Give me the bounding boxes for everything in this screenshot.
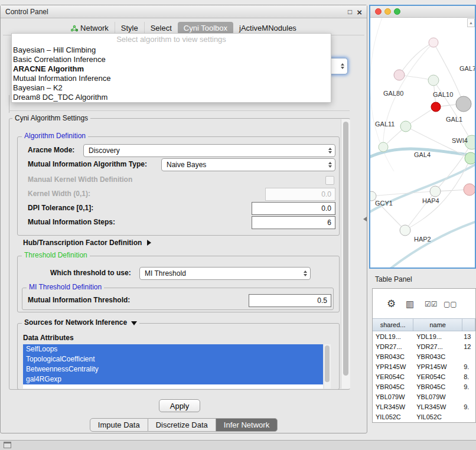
network-node-gal11[interactable]: [400, 121, 411, 132]
node-label-gcy1: GCY1: [375, 200, 393, 207]
table-row[interactable]: YLR345WYLR345W9.: [373, 402, 475, 412]
panel-collapse-arrow-icon[interactable]: [363, 217, 367, 221]
tab-select[interactable]: Select: [144, 22, 178, 34]
table-row[interactable]: YER054CYER054C8.: [373, 371, 475, 381]
mi-steps-field[interactable]: 6: [252, 216, 335, 229]
mode-tab-discretize-data[interactable]: Discretize Data: [148, 418, 216, 432]
table-cell: YIL052C: [373, 413, 413, 420]
network-view-window[interactable]: GAL80GAL10GAL1GAL11SWI4GAL4GCY1HAP4HAP2G…: [369, 5, 476, 269]
table-cell: YDR27...: [413, 343, 462, 350]
deselect-all-icon[interactable]: ▢▢: [444, 300, 457, 308]
kernel-width-field[interactable]: 0.0: [265, 188, 335, 201]
tab-cyni-toolbox[interactable]: Cyni Toolbox: [178, 22, 233, 34]
network-node-gal10[interactable]: [428, 75, 439, 86]
node-label-swi4: SWI4: [452, 137, 468, 144]
mi-threshold-field[interactable]: 0.5: [249, 294, 331, 307]
table-row[interactable]: YBL079WYBL079W: [373, 392, 475, 402]
manual-kernel-width-checkbox[interactable]: [325, 176, 334, 185]
table-panel-title: Table Panel: [375, 275, 412, 283]
network-node[interactable]: [464, 184, 475, 195]
control-panel-titlebar[interactable]: Control Panel □ ×: [1, 5, 367, 18]
attribute-item-topologicalcoefficient[interactable]: TopologicalCoefficient: [23, 354, 323, 364]
column-header-shared[interactable]: shared...: [373, 318, 413, 331]
settings-scrollbar[interactable]: [341, 119, 350, 389]
network-node-hap4[interactable]: [430, 186, 441, 197]
dpi-tolerance-field[interactable]: 0.0: [252, 202, 335, 215]
table-row[interactable]: YDL19...YDL19...13: [373, 331, 475, 341]
table-row[interactable]: YBR045CYBR045C9.: [373, 381, 475, 392]
attribute-item-gal4rgexp[interactable]: gal4RGexp: [23, 374, 323, 384]
network-node-gal4[interactable]: [465, 152, 475, 164]
attribute-item-selfloops[interactable]: SelfLoops: [23, 344, 323, 354]
data-attributes-label: Data Attributes: [23, 334, 74, 342]
close-traffic-light[interactable]: [375, 8, 382, 15]
column-header-2[interactable]: [462, 318, 475, 331]
close-window-icon[interactable]: ×: [357, 8, 362, 17]
which-threshold-value: MI Threshold: [145, 269, 186, 278]
minimized-window-icon[interactable]: [4, 442, 11, 448]
table-cell: YBR045C: [413, 383, 462, 390]
float-window-icon[interactable]: □: [348, 8, 352, 15]
data-attributes-list[interactable]: SelfLoopsTopologicalCoefficientBetweenne…: [23, 344, 323, 389]
tab-label: Select: [151, 24, 172, 32]
network-node[interactable]: [429, 38, 438, 47]
tab-jactivemnodules[interactable]: jActiveMNodules: [233, 22, 302, 34]
dpi-tolerance-label: DPI Tolerance [0,1]:: [28, 204, 93, 212]
attributes-list-scrollbar[interactable]: [324, 344, 331, 389]
algorithm-option-bayesian-hill-climbing[interactable]: Bayesian – Hill Climbing: [12, 45, 331, 55]
dpi-tolerance-value: 0.0: [321, 204, 331, 213]
sources-group-toggle[interactable]: Sources for Network Inference: [22, 319, 139, 327]
attribute-item-betweennesscentrality[interactable]: BetweennessCentrality: [23, 364, 323, 374]
mode-tab-impute-data[interactable]: Impute Data: [90, 418, 148, 432]
table-cell: YER054C: [373, 373, 413, 380]
hub-definition-toggle[interactable]: Hub/Transcription Factor Definition: [23, 237, 151, 249]
table-columns-icon[interactable]: ▥: [406, 299, 414, 309]
desktop: Control Panel □ × NetworkStyleSelectCyni…: [0, 0, 476, 450]
network-node-hap2[interactable]: [400, 225, 410, 236]
network-graph[interactable]: GAL80GAL10GAL1GAL11SWI4GAL4GCY1HAP4HAP2G…: [370, 18, 475, 268]
table-cell: YBL079W: [373, 393, 413, 400]
tab-network[interactable]: Network: [65, 22, 115, 34]
aracne-mode-select[interactable]: Discovery: [83, 144, 335, 157]
tab-label: Cyni Toolbox: [184, 24, 227, 32]
table-row[interactable]: YDR27...YDR27...12: [373, 341, 475, 351]
stepper-icon: [328, 148, 332, 154]
table-row[interactable]: YBR043CYBR043C: [373, 351, 475, 361]
scroll-up-icon[interactable]: ▲: [467, 18, 475, 27]
algorithm-option-mutual-information-inference[interactable]: Mutual Information Inference: [12, 74, 331, 83]
table-cell: YDR27...: [373, 343, 413, 350]
table-row[interactable]: YIL052CYIL052C: [373, 412, 475, 422]
mode-tab-infer-network[interactable]: Infer Network: [216, 418, 278, 432]
threshold-definition-label: Threshold Definition: [22, 252, 90, 259]
attributes-list-scrollbar-thumb[interactable]: [325, 345, 330, 382]
settings-scrollbar-thumb[interactable]: [343, 122, 348, 376]
table-panel: ⚙▥☑☑▢▢ shared...name YDL19...YDL19...13Y…: [372, 288, 476, 423]
network-node-gal80[interactable]: [394, 70, 405, 80]
minimize-traffic-light[interactable]: [384, 8, 391, 15]
tab-style[interactable]: Style: [115, 22, 144, 34]
network-canvas[interactable]: GAL80GAL10GAL1GAL11SWI4GAL4GCY1HAP4HAP2G…: [370, 18, 475, 268]
select-all-icon[interactable]: ☑☑: [425, 300, 438, 308]
mi-algorithm-type-select[interactable]: Naive Bayes: [161, 158, 335, 171]
node-label-hap2: HAP2: [414, 236, 431, 243]
node-label-gal10: GAL10: [433, 91, 453, 98]
network-edge[interactable]: [399, 43, 433, 75]
network-tab-icon: [71, 25, 78, 32]
network-node[interactable]: [379, 142, 388, 152]
column-header-name[interactable]: name: [413, 318, 462, 331]
table-row[interactable]: YPR145WYPR145W9.: [373, 361, 475, 371]
algorithm-option-aracne-algorithm[interactable]: ARACNE Algorithm: [12, 64, 331, 74]
which-threshold-select[interactable]: MI Threshold: [139, 267, 311, 280]
apply-button[interactable]: Apply: [159, 399, 200, 412]
kernel-width-value: 0.0: [321, 190, 331, 198]
algorithm-option-bayesian-k2[interactable]: Bayesian – K2: [12, 83, 331, 93]
collapsed-arrow-icon: [147, 240, 151, 246]
algorithm-option-basic-correlation-inference[interactable]: Basic Correlation Inference: [12, 55, 331, 64]
aracne-mode-value: Discovery: [89, 146, 120, 155]
network-node[interactable]: [456, 96, 471, 112]
table-cell: YER054C: [413, 373, 462, 380]
algorithm-option-dream8-dc-tdc-algorithm[interactable]: Dream8 DC_TDC Algorithm: [12, 93, 331, 102]
settings-gear-icon[interactable]: ⚙: [387, 298, 396, 310]
zoom-traffic-light[interactable]: [394, 8, 400, 15]
network-node-gal1[interactable]: [431, 102, 441, 112]
